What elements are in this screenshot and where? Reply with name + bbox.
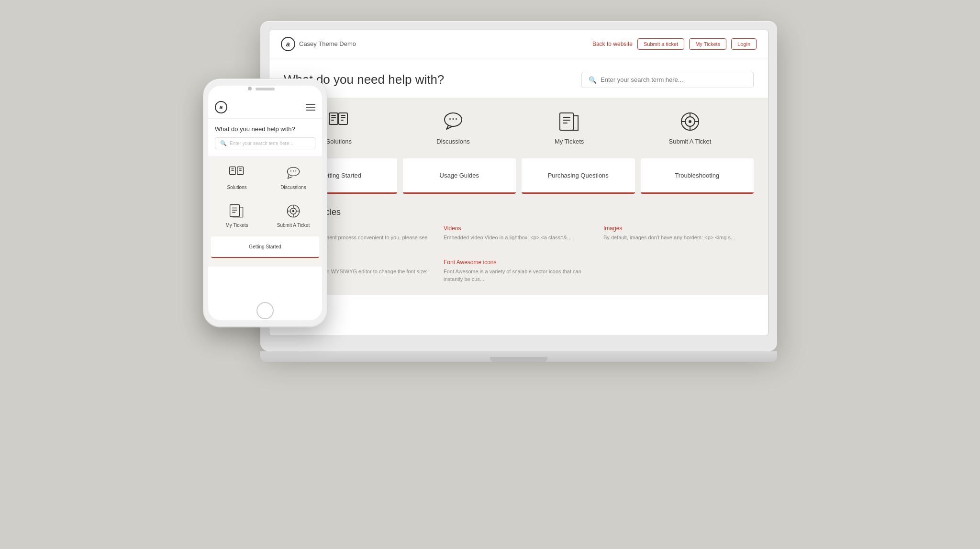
my-tickets-button[interactable]: My Tickets [689,38,726,50]
phone-solutions-icon [228,165,245,182]
hamburger-line-1 [306,104,315,105]
phone-search-placeholder[interactable]: Enter your search term here... [230,141,293,146]
submit-ticket-button[interactable]: Submit a ticket [637,38,684,50]
phone-hero: What do you need help with? 🔍 Enter your… [208,119,322,156]
submit-ticket-label: Submit A Ticket [669,138,712,145]
my-tickets-label: My Tickets [555,138,584,145]
phone-logo: a [215,101,227,113]
troubleshooting-card[interactable]: Troubleshooting [641,158,754,194]
submit-ticket-nav-item[interactable]: Submit A Ticket [669,109,712,145]
svg-rect-2 [331,117,336,118]
back-to-website-link[interactable]: Back to website [592,41,633,47]
logo-circle: a [281,37,295,51]
laptop-hero: What do you need help with? 🔍 [269,58,768,98]
discussions-label: Discussions [436,138,469,145]
hamburger-menu[interactable] [306,104,315,111]
search-input[interactable] [601,76,746,83]
phone-solutions-label: Solutions [227,185,246,190]
svg-rect-15 [563,123,568,123]
laptop-icons-row: Solutions Discussions [284,109,754,145]
recent-articles-title: Recent articles [284,207,754,217]
hamburger-line-2 [306,107,315,108]
svg-rect-14 [563,120,570,121]
phone-discussions-item[interactable]: Discussions [267,161,319,194]
article-videos[interactable]: Videos Embedded video Video in a lightbo… [444,225,594,249]
laptop-screen: a Casey Theme Demo Back to website Submi… [269,30,768,336]
svg-rect-0 [329,113,338,124]
svg-rect-9 [449,118,451,120]
phone-getting-started-card[interactable]: Getting Started [211,236,319,258]
svg-rect-25 [231,170,234,170]
discussions-nav-item[interactable]: Discussions [436,109,469,145]
recent-articles-section: Recent articles Payments We made the pay… [284,207,754,283]
phone-my-tickets-icon [228,202,245,220]
svg-rect-13 [563,117,570,118]
article-desc: Embedded video Video in a lightbox: <p> … [444,234,594,242]
svg-rect-27 [239,168,242,169]
svg-rect-32 [295,170,296,171]
phone-content: Solutions Discussions [208,156,322,267]
purchasing-questions-card[interactable]: Purchasing Questions [522,158,635,194]
search-box: 🔍 [581,72,754,88]
laptop-cards-row: Getting Started Usage Guides Purchasing … [284,158,754,194]
my-tickets-icon [557,109,582,134]
svg-rect-24 [231,168,234,169]
phone-discussions-label: Discussions [280,185,306,190]
laptop: a Casey Theme Demo Back to website Submi… [260,21,777,380]
hamburger-line-3 [306,110,315,111]
phone-screen: a What do you need help with? 🔍 Enter yo… [208,86,322,320]
svg-rect-11 [456,118,457,120]
svg-rect-34 [232,207,237,208]
svg-rect-36 [232,212,235,212]
phone-icons-grid: Solutions Discussions [211,161,319,232]
article-images[interactable]: Images By default, images don't have any… [603,225,754,249]
article-title: Images [603,225,754,232]
svg-point-22 [689,120,691,123]
laptop-outer: a Casey Theme Demo Back to website Submi… [260,21,777,351]
laptop-header: a Casey Theme Demo Back to website Submi… [269,30,768,58]
phone-search-box: 🔍 Enter your search term here... [215,137,315,149]
search-icon: 🔍 [589,76,597,84]
articles-grid: Payments We made the payment process con… [284,225,754,283]
svg-rect-5 [341,115,345,116]
phone: a What do you need help with? 🔍 Enter yo… [203,78,327,327]
article-desc: By default, images don't have any border… [603,234,754,242]
svg-rect-31 [293,170,294,171]
my-tickets-nav-item[interactable]: My Tickets [555,109,584,145]
discussions-icon [441,109,466,134]
submit-ticket-icon [678,109,702,134]
login-button[interactable]: Login [731,38,757,50]
laptop-logo: a Casey Theme Demo [281,37,356,51]
svg-rect-35 [232,210,237,210]
phone-speaker [256,88,275,90]
solutions-nav-item[interactable]: Solutions [326,109,352,145]
phone-submit-ticket-item[interactable]: Submit A Ticket [267,199,319,232]
usage-guides-card[interactable]: Usage Guides [403,158,516,194]
laptop-content: Solutions Discussions [269,98,768,295]
phone-my-tickets-item[interactable]: My Tickets [211,199,263,232]
phone-submit-ticket-icon [285,202,302,220]
svg-rect-28 [239,170,242,170]
phone-submit-ticket-label: Submit A Ticket [277,223,310,228]
scene: a Casey Theme Demo Back to website Submi… [203,21,777,528]
phone-header: a [208,86,322,119]
phone-home-button[interactable] [256,302,274,319]
phone-discussions-icon [285,165,302,182]
phone-camera [248,87,252,90]
svg-rect-33 [230,204,240,216]
phone-outer: a What do you need help with? 🔍 Enter yo… [203,78,327,327]
phone-my-tickets-label: My Tickets [225,223,248,228]
phone-solutions-item[interactable]: Solutions [211,161,263,194]
svg-rect-4 [339,113,347,124]
svg-rect-30 [290,170,291,171]
laptop-base [260,351,777,362]
article-font-awesome[interactable]: Font Awesome icons Font Awesome is a var… [444,259,594,283]
article-title: Font Awesome icons [444,259,594,266]
phone-hero-title: What do you need help with? [215,125,315,133]
svg-rect-3 [331,120,334,121]
article-title: Videos [444,225,594,232]
svg-rect-10 [452,118,454,120]
laptop-nav: Back to website Submit a ticket My Ticke… [592,38,757,50]
article-desc: Font Awesome is a variety of scalable ve… [444,268,594,283]
logo-text: Casey Theme Demo [299,40,356,47]
